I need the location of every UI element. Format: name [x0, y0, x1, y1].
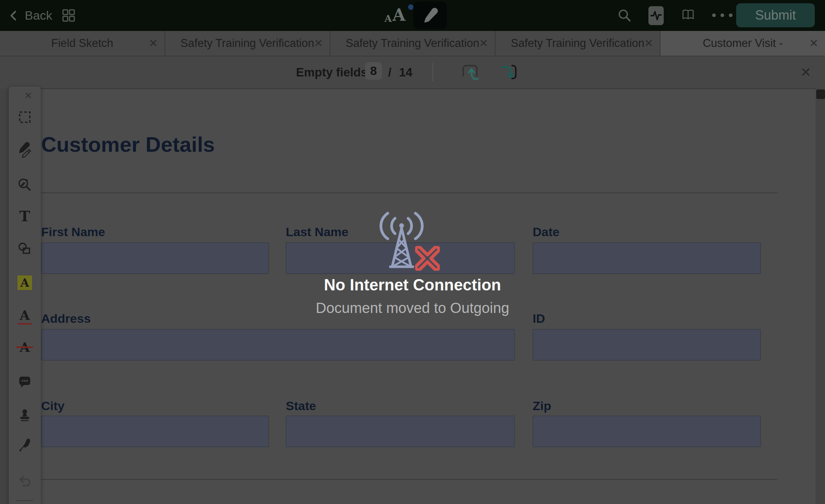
top-toolbar: Back A A Submit — [0, 0, 825, 31]
text-tool[interactable]: T — [17, 208, 33, 224]
close-icon[interactable]: ✕ — [809, 38, 818, 49]
book-icon[interactable] — [680, 8, 696, 24]
close-icon[interactable]: ✕ — [479, 38, 488, 49]
comment-tool[interactable] — [17, 374, 33, 390]
tab-safety-training-1[interactable]: Safety Training Verification ✕ — [165, 31, 331, 56]
address-field[interactable] — [41, 329, 515, 361]
field-label-first-name: First Name — [41, 225, 105, 239]
empty-fields-total: 14 — [399, 56, 412, 88]
chevron-left-icon — [8, 10, 20, 21]
underline-letter: A — [20, 307, 30, 323]
stamp-icon — [17, 408, 32, 422]
divider — [41, 192, 778, 193]
close-icon[interactable]: ✕ — [24, 91, 32, 101]
annotation-toolbar: ✕ T A A — [9, 87, 41, 504]
signature-pen-tool[interactable] — [17, 437, 33, 453]
field-label-id: ID — [533, 311, 545, 326]
next-empty-field-button[interactable] — [500, 62, 519, 83]
shapes-icon — [17, 242, 32, 257]
close-icon[interactable]: ✕ — [800, 56, 811, 88]
text-format-button[interactable]: A A — [384, 5, 412, 26]
close-icon[interactable]: ✕ — [644, 38, 653, 49]
back-button[interactable]: Back — [8, 0, 52, 31]
magnifier-pen-icon — [17, 178, 32, 193]
comment-icon — [17, 374, 32, 389]
marker-pencil-icon — [17, 142, 33, 158]
arrow-up-bracket-icon — [460, 62, 480, 82]
empty-fields-bar: Empty fields 8 / 14 ✕ — [0, 56, 825, 88]
last-name-field[interactable] — [286, 242, 515, 274]
highlight-tool[interactable]: A — [17, 275, 33, 291]
tab-label: Safety Training Verification — [511, 37, 644, 50]
tab-safety-training-2[interactable]: Safety Training Verification ✕ — [330, 31, 496, 56]
strikethrough-tool[interactable]: A — [17, 339, 33, 355]
magnify-annotate-tool[interactable] — [17, 177, 33, 193]
field-label-state: State — [286, 399, 316, 413]
underline-letter-wrap: A — [20, 309, 30, 322]
empty-fields-separator: / — [388, 56, 391, 88]
tab-safety-training-3[interactable]: Safety Training Verification ✕ — [496, 31, 661, 56]
zip-field[interactable] — [533, 416, 761, 447]
close-icon[interactable]: ✕ — [149, 38, 158, 49]
divider — [433, 63, 433, 81]
shapes-tool[interactable] — [17, 241, 33, 257]
pulse-icon — [648, 6, 664, 25]
format-big-a: A — [392, 5, 406, 25]
stamp-tool[interactable] — [17, 407, 33, 423]
divider — [41, 479, 778, 480]
submit-label: Submit — [755, 8, 796, 23]
field-label-date: Date — [533, 225, 560, 239]
tab-label: Safety Training Verification — [181, 37, 314, 50]
close-icon[interactable]: ✕ — [314, 38, 323, 49]
underline-mark — [18, 323, 32, 325]
undo-button[interactable] — [17, 473, 33, 489]
marquee-select-tool[interactable] — [17, 109, 33, 125]
scrollbar-thumb[interactable] — [816, 90, 825, 99]
tab-label: Safety Training Verification — [346, 37, 479, 50]
grid-view-icon[interactable] — [61, 8, 76, 24]
field-label-last-name: Last Name — [286, 225, 348, 239]
underline-tool[interactable]: A — [17, 307, 33, 323]
field-label-address: Address — [41, 311, 91, 326]
empty-fields-current: 8 — [365, 62, 382, 80]
submit-button[interactable]: Submit — [736, 3, 815, 27]
empty-fields-label: Empty fields — [296, 56, 367, 88]
pencil-icon — [421, 7, 439, 24]
page-title: Customer Details — [41, 132, 215, 156]
tab-customer-visit[interactable]: Customer Visit - ✕ — [660, 31, 825, 56]
form-page: Customer Details First Name Last Name Da… — [9, 88, 816, 504]
id-field[interactable] — [533, 329, 761, 361]
more-options-icon[interactable] — [711, 12, 734, 20]
back-label: Back — [25, 8, 52, 23]
arrow-down-bracket-icon — [500, 62, 519, 82]
format-badge-dot — [408, 4, 414, 10]
marquee-icon — [17, 110, 32, 124]
search-icon[interactable] — [617, 8, 632, 24]
previous-empty-field-button[interactable] — [460, 62, 480, 83]
fountain-pen-icon — [17, 438, 32, 452]
undo-icon — [17, 473, 32, 489]
strikethrough-mark — [16, 346, 33, 348]
field-label-zip: Zip — [533, 399, 551, 413]
strikethrough-letter-wrap: A — [20, 341, 30, 354]
tab-field-sketch[interactable]: Field Sketch ✕ — [0, 31, 165, 56]
tab-label: Field Sketch — [51, 37, 114, 50]
panel-handle — [16, 500, 33, 501]
first-name-field[interactable] — [41, 242, 269, 274]
city-field[interactable] — [41, 416, 269, 447]
highlight-chip: A — [17, 275, 32, 290]
activity-button[interactable] — [648, 6, 664, 25]
state-field[interactable] — [286, 416, 515, 447]
pens-tool[interactable] — [17, 142, 33, 158]
draw-tool-button[interactable] — [413, 1, 447, 29]
date-field[interactable] — [533, 242, 761, 274]
format-small-a: A — [384, 13, 392, 24]
tab-label: Customer Visit - — [703, 37, 783, 50]
document-tab-bar: Field Sketch ✕ Safety Training Verificat… — [0, 31, 825, 56]
highlight-letter: A — [20, 277, 29, 289]
field-label-city: City — [41, 399, 64, 413]
text-tool-letter: T — [19, 209, 30, 223]
